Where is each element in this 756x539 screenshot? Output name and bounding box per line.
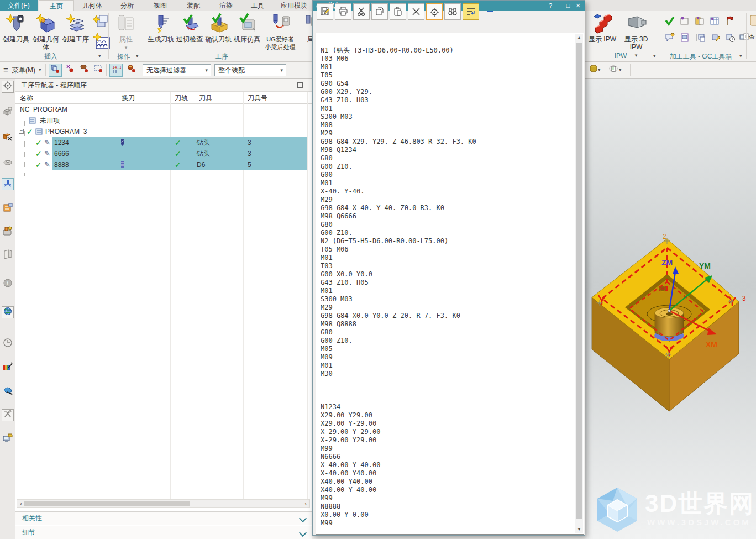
dialog-options-button[interactable] <box>607 64 620 77</box>
tab-analysis[interactable]: 分析 <box>111 0 144 11</box>
insert-group-dropdown-icon[interactable]: ▾ <box>98 53 101 59</box>
cut-button[interactable] <box>353 3 370 20</box>
print-button[interactable] <box>335 3 351 20</box>
machine-simulation-button[interactable]: 机床仿真 <box>233 13 261 54</box>
table-row-selected[interactable]: ✓ ✎ 8888 ✓ D6 5 <box>15 159 312 170</box>
save-button[interactable] <box>317 3 333 20</box>
show-ipw-button[interactable]: 显示 IPW <box>588 13 617 54</box>
gouge-check-button[interactable]: 过切检查 <box>176 13 203 54</box>
locate-in-graphics-button[interactable] <box>426 3 443 20</box>
create-operation-button[interactable]: 创建工序 <box>61 13 91 54</box>
tab-file[interactable]: 文件(F) <box>0 0 38 11</box>
gc-group-dropdown-icon[interactable]: ▾ <box>739 53 742 59</box>
gc-copy-settings-icon[interactable] <box>695 32 706 45</box>
tab-tools[interactable]: 工具 <box>242 0 273 11</box>
reuse-library-icon[interactable] <box>2 249 14 261</box>
table-row[interactable]: − ✓ PROGRAM_3 <box>15 126 312 137</box>
selection-filter-button-3[interactable] <box>92 64 105 77</box>
show-3d-ipw-button[interactable]: 显示 3D IPW ▾ <box>618 13 654 54</box>
machining-feature-navigator-icon[interactable] <box>2 202 14 214</box>
delete-button[interactable] <box>408 3 424 20</box>
operate-group-dropdown-icon[interactable]: ▾ <box>136 53 139 59</box>
section-details[interactable]: 细节 <box>15 526 312 539</box>
generate-toolpath-button[interactable]: 生成刀轨 <box>147 13 175 54</box>
column-name[interactable]: 名称 <box>20 92 33 104</box>
gc-wrench-icon[interactable] <box>710 32 721 45</box>
scroll-thumb[interactable] <box>576 43 582 519</box>
system-tools-icon[interactable] <box>2 409 14 421</box>
minimize-icon[interactable]: ─ <box>555 1 564 11</box>
templates-pc-icon[interactable] <box>2 432 14 444</box>
collapse-toolbar-button[interactable] <box>482 3 498 20</box>
gc-template-icon[interactable] <box>694 15 705 28</box>
word-wrap-button[interactable] <box>463 3 479 20</box>
find-button[interactable] <box>444 3 461 20</box>
selection-filter-button-2[interactable] <box>77 64 91 77</box>
table-row[interactable]: 未用项 <box>15 115 312 126</box>
info-text-area[interactable]: N1 (钻头=T3-H3-D6.00-R0.00-L50.00) T03 M06… <box>316 33 584 535</box>
graphics-viewport[interactable]: ZM YM XM 2 3 3D世界网 WWW.3DSJW.COM <box>585 79 756 539</box>
help-icon[interactable]: ? <box>546 1 555 11</box>
menu-dropdown-icon[interactable]: ▾ <box>39 67 41 72</box>
section-dependencies[interactable]: 相关性 <box>15 511 312 525</box>
operation-navigator-icon[interactable] <box>2 178 14 190</box>
tab-home[interactable]: 主页 <box>39 0 74 11</box>
more-group-icon[interactable] <box>749 14 756 29</box>
copy-button[interactable] <box>371 3 388 20</box>
scroll-right-icon[interactable]: › <box>302 500 309 507</box>
column-tool-change[interactable]: 换刀 <box>122 92 135 104</box>
create-program-icon[interactable] <box>93 14 109 30</box>
gc-table-icon[interactable] <box>709 15 720 28</box>
column-toolpath[interactable]: 刀轨 <box>175 92 188 104</box>
gc-pc-doc-icon[interactable] <box>738 32 749 45</box>
gc-clock-copy-icon[interactable] <box>725 32 736 45</box>
web-browser-icon[interactable] <box>2 306 14 318</box>
tab-application-modules[interactable]: 应用模块 <box>273 0 315 11</box>
selection-filter-dropdown-icon[interactable]: ▾ <box>205 65 208 76</box>
part-navigator-icon[interactable] <box>2 156 14 168</box>
paste-button[interactable] <box>390 3 406 20</box>
tab-assembly[interactable]: 装配 <box>177 0 210 11</box>
column-tool[interactable]: 刀具 <box>199 92 212 104</box>
selection-filter-button-1[interactable] <box>63 64 76 77</box>
gc-check-icon[interactable] <box>664 15 675 28</box>
view-toggle-button-2[interactable] <box>125 64 138 77</box>
tab-render[interactable]: 渲染 <box>210 0 242 11</box>
constraint-navigator-icon[interactable] <box>2 131 14 143</box>
view-toggle-button-1[interactable]: 14.1 <box>109 64 123 77</box>
gc-document-icon[interactable] <box>679 32 690 45</box>
tab-view[interactable]: 视图 <box>144 0 177 11</box>
menu-button[interactable]: 菜单(M) <box>12 66 35 75</box>
navigator-h-scrollbar[interactable]: ‹ › <box>17 499 310 508</box>
assembly-navigator-icon[interactable] <box>2 106 14 118</box>
table-row[interactable]: NC_PROGRAM <box>15 104 312 115</box>
create-tool-button[interactable]: 创建刀具 <box>1 13 31 54</box>
machine-tool-navigator-icon[interactable] <box>2 226 14 238</box>
roles-icon[interactable] <box>2 362 14 374</box>
selection-scope-combo[interactable]: 整个装配 ▾ <box>214 64 286 76</box>
workpiece-display-dropdown-icon[interactable]: ▾ <box>598 67 601 72</box>
navigator-float-icon[interactable] <box>297 82 303 88</box>
ipw-group-dropdown-icon[interactable]: ▾ <box>653 53 656 59</box>
scroll-down-icon[interactable]: ▼ <box>575 526 583 533</box>
table-row-selected[interactable]: ✓ ✎ 6666 ✓ 钻头 3 <box>15 148 312 159</box>
info-palette-icon[interactable]: i <box>2 278 14 290</box>
table-row-selected[interactable]: ✓ ✎ 1234 ✓ 钻头 3 <box>15 137 312 148</box>
dialog-options-dropdown-icon[interactable]: ▾ <box>619 67 622 72</box>
history-icon[interactable] <box>2 337 14 349</box>
gc-flag-icon[interactable] <box>724 15 735 28</box>
bird-wand-icon[interactable] <box>2 385 14 397</box>
snapshot-toggle-button[interactable] <box>49 64 62 77</box>
info-v-scrollbar[interactable]: ▲ ▼ <box>575 34 583 533</box>
close-icon[interactable]: ✕ <box>574 1 582 11</box>
scroll-up-icon[interactable]: ▲ <box>575 34 583 41</box>
tab-geometry[interactable]: 几何体 <box>74 0 111 11</box>
maximize-icon[interactable]: □ <box>564 1 573 11</box>
selection-target-icon[interactable] <box>2 81 14 93</box>
selection-filter-combo[interactable]: 无选择过滤器 ▾ <box>143 64 211 76</box>
verify-toolpath-button[interactable]: 确认刀轨 <box>204 13 232 54</box>
gc-tool-doc-icon[interactable] <box>679 15 690 28</box>
gc-comment-icon[interactable] <box>664 32 675 45</box>
scroll-thumb[interactable] <box>24 501 190 506</box>
collapse-icon[interactable]: − <box>19 129 24 134</box>
